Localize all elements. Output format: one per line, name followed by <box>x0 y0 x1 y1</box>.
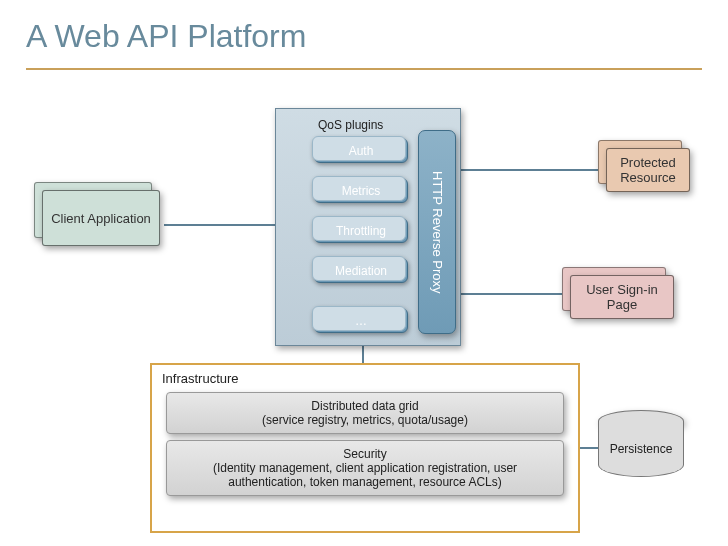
plugin-mediation: Mediation <box>314 258 408 283</box>
plugin-throttling: Throttling <box>314 218 408 243</box>
plugin-auth: Auth <box>314 138 408 163</box>
plugin-metrics: Metrics <box>314 178 408 203</box>
distributed-grid-card: Distributed data grid (service registry,… <box>166 392 564 434</box>
protected-resource-box: Protected Resource <box>606 148 690 192</box>
title-divider <box>26 68 702 70</box>
infrastructure-title: Infrastructure <box>162 371 568 386</box>
protected-resource-label: Protected Resource <box>606 148 690 192</box>
client-application-label: Client Application <box>42 190 160 246</box>
plugin-more: … <box>314 308 408 333</box>
signin-page-box: User Sign-in Page <box>570 275 674 319</box>
security-card: Security (Identity management, client ap… <box>166 440 564 496</box>
reverse-proxy-label: HTTP Reverse Proxy <box>418 130 456 334</box>
slide-title: A Web API Platform <box>26 18 306 55</box>
signin-page-label: User Sign-in Page <box>570 275 674 319</box>
qos-title: QoS plugins <box>318 118 383 132</box>
infrastructure-box: Infrastructure Distributed data grid (se… <box>150 363 580 533</box>
client-application-box: Client Application <box>42 190 160 246</box>
persistence-cylinder: Persistence <box>598 421 684 477</box>
